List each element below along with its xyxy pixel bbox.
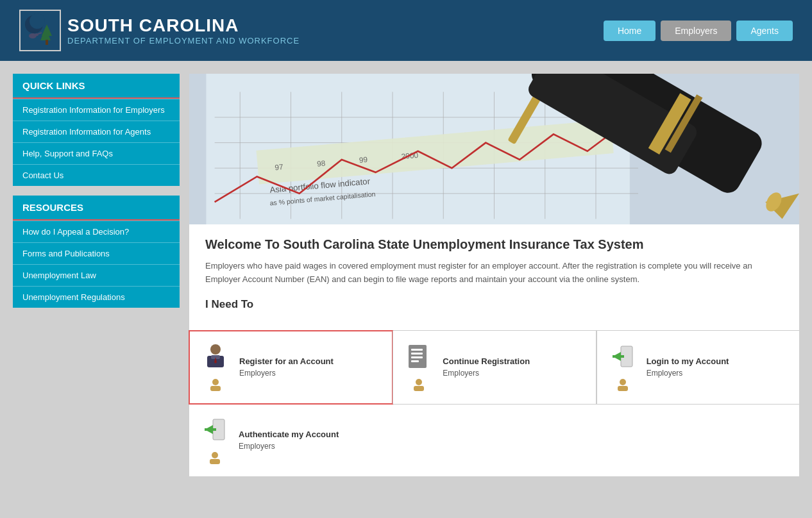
home-button[interactable]: Home bbox=[604, 21, 656, 41]
register-account-card[interactable]: Register for an Account Employers bbox=[189, 330, 393, 405]
main-content: QUICK LINKS Registration Information for… bbox=[0, 61, 812, 489]
svg-point-40 bbox=[212, 379, 219, 385]
login-sub: Employers bbox=[647, 369, 729, 378]
welcome-text: Employers who have paid wages in covered… bbox=[205, 260, 783, 287]
svg-rect-44 bbox=[411, 353, 423, 355]
svg-text:99: 99 bbox=[359, 155, 368, 165]
sidebar-item-appeal[interactable]: How do I Appeal a Decision? bbox=[13, 221, 180, 242]
register-icon-group bbox=[199, 343, 232, 392]
quick-links-list: Registration Information for Employers R… bbox=[13, 99, 180, 186]
register-account-text: Register for an Account Employers bbox=[239, 356, 334, 378]
sidebar-item-forms[interactable]: Forms and Publications bbox=[13, 242, 180, 264]
sidebar: QUICK LINKS Registration Information for… bbox=[13, 74, 180, 476]
logo-subtitle: DEPARTMENT OF EMPLOYMENT AND WORKFORCE bbox=[67, 36, 300, 46]
svg-text:98: 98 bbox=[316, 159, 326, 169]
logo-title: SOUTH CAROLINA bbox=[67, 15, 300, 36]
sidebar-item-help[interactable]: Help, Support and FAQs bbox=[13, 142, 180, 164]
sidebar-item-law[interactable]: Unemployment Law bbox=[13, 264, 180, 286]
login-text: Login to my Account Employers bbox=[647, 356, 729, 378]
svg-marker-3 bbox=[42, 24, 52, 36]
svg-rect-4 bbox=[46, 40, 48, 45]
authenticate-text: Authenticate my Account Employers bbox=[239, 430, 339, 451]
svg-rect-56 bbox=[205, 428, 216, 431]
sidebar-item-reg-employers[interactable]: Registration Information for Employers bbox=[13, 99, 180, 121]
continue-icon-group bbox=[403, 343, 435, 392]
content-area: 97 98 99 2000 Asia portfolio flow indica… bbox=[189, 74, 799, 476]
register-sub-label: Employers bbox=[239, 369, 276, 378]
svg-point-1 bbox=[30, 13, 45, 29]
login-sub-label: Employers bbox=[647, 369, 683, 378]
register-account-title: Register for an Account bbox=[239, 356, 334, 366]
authenticate-title: Authenticate my Account bbox=[239, 430, 339, 439]
svg-rect-58 bbox=[210, 459, 220, 464]
employers-nav-button[interactable]: Employers bbox=[661, 21, 731, 41]
login-account-card[interactable]: Login to my Account Employers bbox=[597, 331, 799, 404]
svg-rect-48 bbox=[414, 386, 424, 391]
svg-rect-51 bbox=[613, 355, 624, 358]
quick-links-header: QUICK LINKS bbox=[13, 74, 180, 99]
continue-sub-label: Employers bbox=[443, 369, 479, 378]
resources-section: RESOURCES How do I Appeal a Decision? Fo… bbox=[13, 196, 180, 308]
agents-button[interactable]: Agents bbox=[736, 21, 793, 41]
svg-rect-53 bbox=[618, 386, 628, 391]
login-icon-group bbox=[607, 343, 639, 392]
resources-list: How do I Appeal a Decision? Forms and Pu… bbox=[13, 221, 180, 308]
svg-point-52 bbox=[620, 379, 626, 385]
svg-rect-45 bbox=[411, 356, 423, 358]
quick-links-section: QUICK LINKS Registration Information for… bbox=[13, 74, 180, 186]
i-need-title: I Need To bbox=[205, 298, 783, 311]
continue-registration-card[interactable]: Continue Registration Employers bbox=[393, 331, 596, 404]
svg-rect-46 bbox=[411, 360, 419, 362]
action-cards-row1: Register for an Account Employers bbox=[189, 330, 799, 404]
sidebar-item-regulations[interactable]: Unemployment Regulations bbox=[13, 286, 180, 308]
hero-image: 97 98 99 2000 Asia portfolio flow indica… bbox=[189, 74, 799, 224]
svg-rect-43 bbox=[411, 349, 423, 351]
nav-buttons: Home Employers Agents bbox=[604, 21, 793, 41]
welcome-title: Welcome To South Carolina State Unemploy… bbox=[205, 237, 783, 252]
svg-line-7 bbox=[38, 33, 42, 34]
svg-text:97: 97 bbox=[275, 162, 283, 172]
logo-box bbox=[19, 10, 61, 51]
sidebar-item-reg-agents[interactable]: Registration Information for Agents bbox=[13, 121, 180, 142]
continue-reg-title: Continue Registration bbox=[443, 356, 530, 366]
authenticate-icon-group bbox=[199, 416, 231, 465]
svg-point-47 bbox=[416, 379, 422, 385]
page-wrapper: SOUTH CAROLINA DEPARTMENT OF EMPLOYMENT … bbox=[0, 0, 812, 518]
authenticate-sub-label: Employers bbox=[239, 442, 275, 451]
logo-area: SOUTH CAROLINA DEPARTMENT OF EMPLOYMENT … bbox=[19, 10, 300, 51]
login-title: Login to my Account bbox=[647, 356, 729, 366]
action-cards-row2[interactable]: Authenticate my Account Employers bbox=[189, 404, 799, 476]
svg-point-57 bbox=[212, 452, 218, 458]
resources-header: RESOURCES bbox=[13, 196, 180, 221]
sidebar-item-contact[interactable]: Contact Us bbox=[13, 164, 180, 186]
logo-text: SOUTH CAROLINA DEPARTMENT OF EMPLOYMENT … bbox=[67, 15, 300, 46]
continue-reg-text: Continue Registration Employers bbox=[443, 356, 530, 378]
continue-reg-sub: Employers bbox=[443, 369, 530, 378]
header: SOUTH CAROLINA DEPARTMENT OF EMPLOYMENT … bbox=[0, 0, 812, 61]
svg-point-36 bbox=[210, 344, 221, 355]
svg-rect-41 bbox=[210, 386, 221, 391]
authenticate-sub: Employers bbox=[239, 442, 339, 451]
welcome-section: Welcome To South Carolina State Unemploy… bbox=[189, 224, 799, 330]
register-account-sub: Employers bbox=[239, 369, 334, 378]
